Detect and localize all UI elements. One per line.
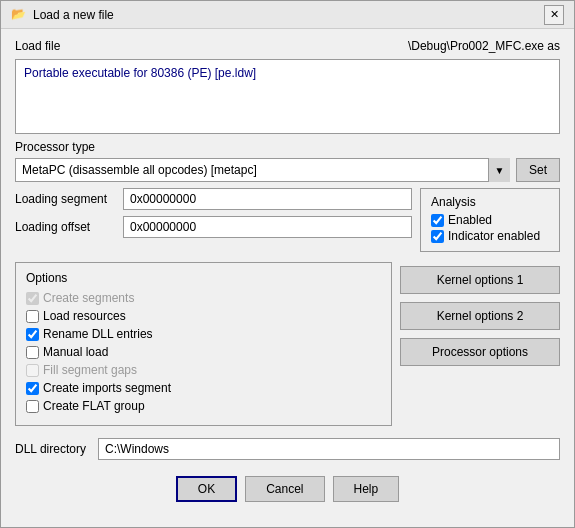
option-checkbox-3[interactable]: [26, 346, 39, 359]
help-button[interactable]: Help: [333, 476, 400, 502]
option-row-2: Rename DLL entries: [26, 327, 381, 341]
load-file-dialog: 📂 Load a new file ✕ Load file \Debug\Pro…: [0, 0, 575, 528]
file-path-display: \Debug\Pro002_MFC.exe as: [408, 39, 560, 53]
analysis-enabled-label: Enabled: [448, 213, 492, 227]
cancel-button[interactable]: Cancel: [245, 476, 324, 502]
loading-offset-label: Loading offset: [15, 220, 115, 234]
option-label-0: Create segments: [43, 291, 134, 305]
analysis-group: Analysis Enabled Indicator enabled: [420, 188, 560, 252]
option-row-4: Fill segment gaps: [26, 363, 381, 377]
main-area: Options Create segments Load resources R…: [15, 262, 560, 426]
option-label-6: Create FLAT group: [43, 399, 145, 413]
option-checkbox-0[interactable]: [26, 292, 39, 305]
right-buttons: Kernel options 1 Kernel options 2 Proces…: [400, 262, 560, 426]
options-group: Options Create segments Load resources R…: [15, 262, 392, 426]
option-checkbox-1[interactable]: [26, 310, 39, 323]
loading-offset-input[interactable]: [123, 216, 412, 238]
option-label-1: Load resources: [43, 309, 126, 323]
option-row-6: Create FLAT group: [26, 399, 381, 413]
file-type-text: Portable executable for 80386 (PE) [pe.l…: [24, 66, 256, 80]
kernel-options-1-button[interactable]: Kernel options 1: [400, 266, 560, 294]
dll-directory-row: DLL directory: [15, 438, 560, 460]
load-file-section: Load file \Debug\Pro002_MFC.exe as Porta…: [15, 39, 560, 134]
option-row-1: Load resources: [26, 309, 381, 323]
option-row-3: Manual load: [26, 345, 381, 359]
options-title: Options: [26, 271, 381, 285]
processor-label: Processor type: [15, 140, 560, 154]
option-label-2: Rename DLL entries: [43, 327, 153, 341]
analysis-enabled-checkbox[interactable]: [431, 214, 444, 227]
segment-analysis-row: Loading segment Loading offset Analysis …: [15, 188, 560, 252]
analysis-title: Analysis: [431, 195, 549, 209]
option-checkbox-4[interactable]: [26, 364, 39, 377]
loading-offset-row: Loading offset: [15, 216, 412, 238]
dialog-title: Load a new file: [33, 8, 114, 22]
option-checkbox-5[interactable]: [26, 382, 39, 395]
bottom-buttons: OK Cancel Help: [15, 466, 560, 514]
option-row-5: Create imports segment: [26, 381, 381, 395]
analysis-enabled-row: Enabled: [431, 213, 549, 227]
loading-segment-row: Loading segment: [15, 188, 412, 210]
set-button[interactable]: Set: [516, 158, 560, 182]
analysis-indicator-label: Indicator enabled: [448, 229, 540, 243]
analysis-indicator-checkbox[interactable]: [431, 230, 444, 243]
kernel-options-2-button[interactable]: Kernel options 2: [400, 302, 560, 330]
dll-directory-input[interactable]: [98, 438, 560, 460]
file-type-box: Portable executable for 80386 (PE) [pe.l…: [15, 59, 560, 134]
analysis-indicator-row: Indicator enabled: [431, 229, 549, 243]
processor-select[interactable]: MetaPC (disassemble all opcodes) [metapc…: [15, 158, 510, 182]
option-checkbox-2[interactable]: [26, 328, 39, 341]
option-label-3: Manual load: [43, 345, 108, 359]
close-button[interactable]: ✕: [544, 5, 564, 25]
option-checkbox-6[interactable]: [26, 400, 39, 413]
dialog-content: Load file \Debug\Pro002_MFC.exe as Porta…: [1, 29, 574, 527]
processor-section: Processor type MetaPC (disassemble all o…: [15, 140, 560, 182]
processor-options-button[interactable]: Processor options: [400, 338, 560, 366]
dialog-icon: 📂: [11, 7, 27, 23]
load-file-label: Load file: [15, 39, 60, 53]
title-bar: 📂 Load a new file ✕: [1, 1, 574, 29]
option-label-4: Fill segment gaps: [43, 363, 137, 377]
processor-row: MetaPC (disassemble all opcodes) [metapc…: [15, 158, 560, 182]
segment-fields: Loading segment Loading offset: [15, 188, 412, 238]
title-bar-left: 📂 Load a new file: [11, 7, 114, 23]
ok-button[interactable]: OK: [176, 476, 237, 502]
option-row-0: Create segments: [26, 291, 381, 305]
loading-segment-input[interactable]: [123, 188, 412, 210]
loading-segment-label: Loading segment: [15, 192, 115, 206]
option-label-5: Create imports segment: [43, 381, 171, 395]
processor-select-wrapper: MetaPC (disassemble all opcodes) [metapc…: [15, 158, 510, 182]
dll-directory-label: DLL directory: [15, 442, 90, 456]
